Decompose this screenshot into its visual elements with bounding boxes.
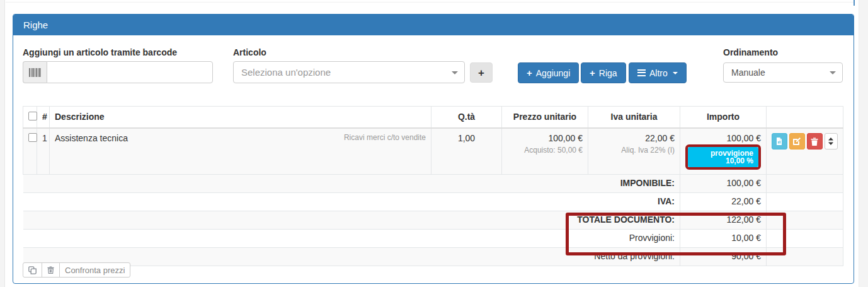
- col-descrizione: Descrizione: [50, 107, 431, 129]
- righe-panel: Righe Aggiungi un articolo tramite barco…: [13, 14, 854, 284]
- select-all-cell: [23, 107, 37, 129]
- summary-empty-cell: [767, 248, 843, 266]
- footer-button-group: Confronta prezzi: [23, 262, 130, 278]
- summary-value: 10,00 €: [680, 230, 767, 248]
- col-qta: Q.tà: [431, 107, 502, 129]
- highlight-annotation-badge: provvigione 10,00 %: [685, 144, 761, 170]
- col-num: #: [37, 107, 50, 129]
- select-all-checkbox[interactable]: [28, 112, 37, 120]
- row-qty: 1,00: [431, 128, 502, 175]
- riga-button-label: Riga: [599, 68, 617, 78]
- delete-button[interactable]: [807, 133, 823, 149]
- summary-value: 100,00 €: [680, 175, 767, 193]
- altro-dropdown-button[interactable]: Altro: [629, 62, 687, 83]
- list-icon: [637, 69, 646, 76]
- delete-rows-button[interactable]: [42, 262, 60, 278]
- file-document-icon: [775, 137, 784, 146]
- duplicate-rows-button[interactable]: [23, 262, 42, 278]
- summary-value: 122,00 €: [680, 211, 767, 230]
- riga-button[interactable]: + Riga: [581, 62, 626, 83]
- row-unit-price: 100,00 €: [507, 133, 583, 143]
- barcode-label: Aggiungi un articolo tramite barcode: [23, 47, 177, 57]
- col-actions: [767, 107, 843, 129]
- document-button[interactable]: [772, 133, 787, 149]
- row-description: Assistenza tecnica: [55, 133, 128, 143]
- aggiungi-button-label: Aggiungi: [536, 68, 571, 78]
- confronta-prezzi-label: Confronta prezzi: [65, 266, 125, 275]
- edit-button[interactable]: [789, 133, 805, 149]
- rows-table-wrap: # Descrizione Q.tà Prezzo unitario Iva u…: [23, 106, 843, 266]
- summary-empty-cell: [767, 211, 843, 230]
- page-gutter-left: [0, 0, 5, 287]
- summary-label: IMPONIBILE:: [23, 175, 680, 193]
- row-description-cell: Assistenza tecnica Ricavi merci c/to ven…: [50, 128, 431, 175]
- aggiungi-button[interactable]: + Aggiungi: [518, 62, 579, 83]
- barcode-input[interactable]: [47, 61, 213, 83]
- sort-handle[interactable]: [825, 133, 838, 149]
- summary-row-provvigioni: Provvigioni: 10,00 €: [23, 230, 843, 248]
- table-header-row: # Descrizione Q.tà Prezzo unitario Iva u…: [23, 107, 843, 129]
- confronta-prezzi-button[interactable]: Confronta prezzi: [59, 262, 130, 278]
- caret-down-icon: [673, 72, 678, 74]
- rows-table: # Descrizione Q.tà Prezzo unitario Iva u…: [23, 106, 843, 266]
- trash-icon: [47, 266, 54, 274]
- summary-row-totale: TOTALE DOCUMENTO: 122,00 €: [23, 211, 843, 230]
- row-unit-vat-cell: 22,00 € Aliq. Iva 22% (I): [588, 128, 680, 175]
- row-purchase-price: Acquisto: 50,00 €: [507, 146, 583, 155]
- barcode-icon: [29, 68, 42, 77]
- sort-arrows-icon: [828, 138, 834, 145]
- row-amount-cell: 100,00 € provvigione 10,00 %: [680, 128, 767, 175]
- row-checkbox[interactable]: [28, 133, 37, 142]
- ordinamento-select-value: Manuale: [731, 67, 765, 78]
- summary-empty-cell: [767, 230, 843, 248]
- barcode-addon: [23, 61, 47, 83]
- table-row: 1 Assistenza tecnica Ricavi merci c/to v…: [23, 128, 843, 175]
- plus-icon: +: [527, 67, 532, 78]
- previous-panel-border: [854, 0, 855, 6]
- trash-icon: [811, 138, 818, 146]
- chevron-down-icon: [830, 71, 836, 74]
- articolo-select[interactable]: Seleziona un'opzione: [233, 61, 465, 83]
- add-article-button[interactable]: +: [470, 62, 493, 83]
- provvigione-badge: provvigione 10,00 %: [688, 147, 758, 167]
- summary-row-iva: IVA: 22,00 €: [23, 193, 843, 211]
- row-number: 1: [37, 128, 50, 175]
- panel-body: Aggiungi un articolo tramite barcode Art…: [13, 35, 854, 283]
- row-actions-cell: [767, 128, 843, 175]
- articolo-select-value: Seleziona un'opzione: [241, 67, 331, 78]
- col-prezzo: Prezzo unitario: [502, 107, 588, 129]
- row-unit-vat: 22,00 €: [593, 133, 675, 143]
- altro-button-label: Altro: [649, 68, 668, 78]
- summary-label: TOTALE DOCUMENTO:: [23, 211, 680, 230]
- page-gutter-right: [859, 0, 868, 287]
- summary-label: Provvigioni:: [23, 230, 680, 248]
- plus-icon: +: [478, 67, 484, 78]
- articolo-label: Articolo: [233, 47, 266, 57]
- ordinamento-select[interactable]: Manuale: [723, 62, 843, 83]
- summary-row-netto: Netto da provvigioni: 90,00 €: [23, 248, 843, 266]
- col-importo: Importo: [680, 107, 767, 129]
- row-account: Ricavi merci c/to vendite: [344, 133, 426, 142]
- row-select-cell: [23, 128, 37, 175]
- summary-value: 90,00 €: [680, 248, 767, 266]
- chevron-down-icon: [452, 71, 458, 74]
- copy-icon: [28, 266, 37, 274]
- summary-value: 22,00 €: [680, 193, 767, 211]
- plus-icon: +: [590, 67, 595, 78]
- edit-icon: [792, 137, 801, 146]
- summary-empty-cell: [767, 175, 843, 193]
- summary-row-imponibile: IMPONIBILE: 100,00 €: [23, 175, 843, 193]
- row-vat-rate: Aliq. Iva 22% (I): [593, 146, 675, 155]
- col-iva: Iva unitaria: [588, 107, 680, 129]
- summary-label: IVA:: [23, 193, 680, 211]
- row-unit-price-cell: 100,00 € Acquisto: 50,00 €: [502, 128, 588, 175]
- ordinamento-label: Ordinamento: [723, 47, 778, 57]
- summary-empty-cell: [767, 193, 843, 211]
- barcode-input-group: [23, 61, 213, 83]
- row-amount: 100,00 €: [685, 133, 761, 143]
- previous-panel-divider: [6, 2, 854, 3]
- panel-title: Righe: [13, 15, 854, 35]
